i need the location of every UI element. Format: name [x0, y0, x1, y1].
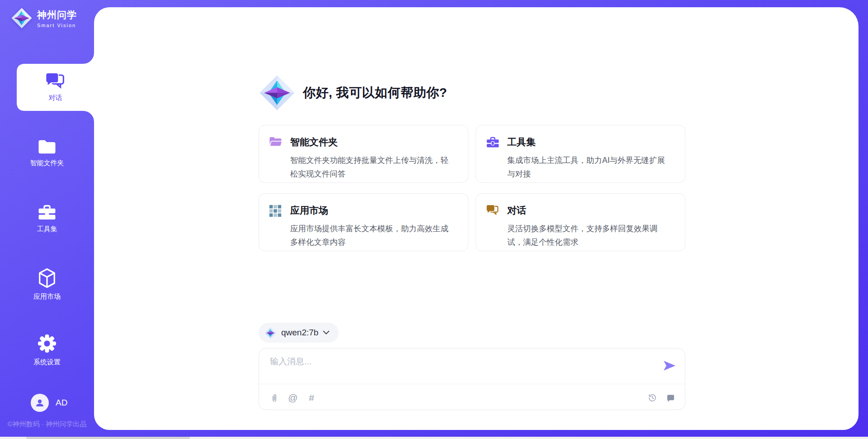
sidebar-item-settings[interactable]: 系统设置 — [0, 326, 94, 373]
history-button[interactable] — [647, 392, 658, 404]
card-smart-folder[interactable]: 智能文件夹 智能文件夹功能支持批量文件上传与清洗，轻松实现文件问答 — [259, 125, 468, 183]
person-icon — [34, 397, 45, 408]
card-description: 应用市场提供丰富长文本模板，助力高效生成多样化文章内容 — [290, 222, 449, 249]
attach-icon — [270, 393, 278, 403]
chat-bubble-icon — [666, 394, 675, 402]
card-chat[interactable]: 对话 灵活切换多模型文件，支持多样回复效果调试，满足个性化需求 — [476, 193, 685, 251]
chat-icon — [45, 72, 66, 91]
diamond-logo-icon — [259, 74, 296, 111]
sidebar-item-label: 对话 — [49, 94, 62, 102]
sidebar-item-label: 系统设置 — [33, 358, 61, 367]
toolbox-icon — [38, 204, 57, 221]
card-description: 灵活切换多模型文件，支持多样回复效果调试，满足个性化需求 — [507, 222, 666, 249]
card-title: 对话 — [507, 204, 666, 217]
greeting: 你好, 我可以如何帮助你? — [259, 74, 447, 111]
toolbox-icon — [486, 136, 500, 148]
sidebar-item-chat[interactable]: 对话 — [17, 64, 94, 111]
brand-tagline: Smart Vision — [37, 23, 77, 28]
sidebar-item-toolbox[interactable]: 工具集 — [0, 195, 94, 242]
card-title: 应用市场 — [290, 204, 449, 217]
attach-button[interactable] — [269, 392, 280, 404]
message-input-box: @ # — [259, 348, 685, 410]
topic-button[interactable]: # — [306, 392, 317, 404]
history-icon — [648, 393, 657, 402]
avatar — [31, 394, 49, 412]
diamond-logo-icon — [11, 7, 33, 29]
mention-icon: @ — [288, 392, 297, 403]
diamond-logo-icon — [264, 327, 277, 339]
feature-cards: 智能文件夹 智能文件夹功能支持批量文件上传与清洗，轻松实现文件问答 工具集 集成… — [259, 125, 685, 251]
sidebar-item-app-market[interactable]: 应用市场 — [0, 261, 94, 308]
card-toolbox[interactable]: 工具集 集成市场上主流工具，助力AI与外界无缝扩展与对接 — [476, 125, 685, 183]
sidebar-item-label: 工具集 — [37, 225, 57, 234]
sidebar: 神州问学 Smart Vision 对话 智能文件夹 工具集 — [0, 0, 94, 439]
gear-icon — [37, 333, 57, 354]
sidebar-item-label: 智能文件夹 — [30, 159, 64, 167]
card-app-market[interactable]: 应用市场 应用市场提供丰富长文本模板，助力高效生成多样化文章内容 — [259, 193, 468, 251]
brand: 神州问学 Smart Vision — [11, 7, 77, 29]
folder-icon — [269, 136, 283, 148]
scrollbar-thumb[interactable] — [26, 437, 190, 439]
divider — [259, 384, 685, 384]
topic-icon: # — [309, 392, 314, 403]
horizontal-scrollbar — [0, 437, 868, 439]
composer: qwen2:7b @ — [259, 323, 685, 410]
card-title: 智能文件夹 — [290, 136, 449, 148]
card-description: 集成市场上主流工具，助力AI与外界无缝扩展与对接 — [507, 153, 666, 181]
chat-icon — [486, 205, 500, 216]
main-panel: 你好, 我可以如何帮助你? 智能文件夹 智能文件夹功能支持批量文件上传与清洗，轻… — [94, 7, 859, 430]
sidebar-item-smart-folder[interactable]: 智能文件夹 — [0, 129, 94, 177]
mention-button[interactable]: @ — [288, 392, 298, 404]
model-name: qwen2:7b — [281, 328, 318, 338]
conversations-button[interactable] — [665, 392, 676, 404]
copyright-text: ©神州数码 · 神州问学出品 — [0, 420, 94, 429]
input-toolbar: @ # — [269, 391, 676, 405]
cube-icon — [38, 268, 56, 288]
card-title: 工具集 — [507, 136, 666, 148]
user-initials: AD — [56, 398, 67, 408]
chevron-down-icon — [323, 330, 330, 335]
user-account[interactable]: AD — [31, 394, 67, 412]
folder-icon — [38, 139, 57, 155]
send-icon[interactable] — [663, 360, 676, 371]
model-selector[interactable]: qwen2:7b — [259, 323, 339, 343]
grid-icon — [269, 205, 282, 217]
greeting-title: 你好, 我可以如何帮助你? — [303, 84, 447, 101]
card-description: 智能文件夹功能支持批量文件上传与清洗，轻松实现文件问答 — [290, 153, 449, 181]
message-input[interactable] — [270, 356, 654, 382]
sidebar-item-label: 应用市场 — [33, 292, 61, 301]
brand-name: 神州问学 — [37, 9, 77, 21]
